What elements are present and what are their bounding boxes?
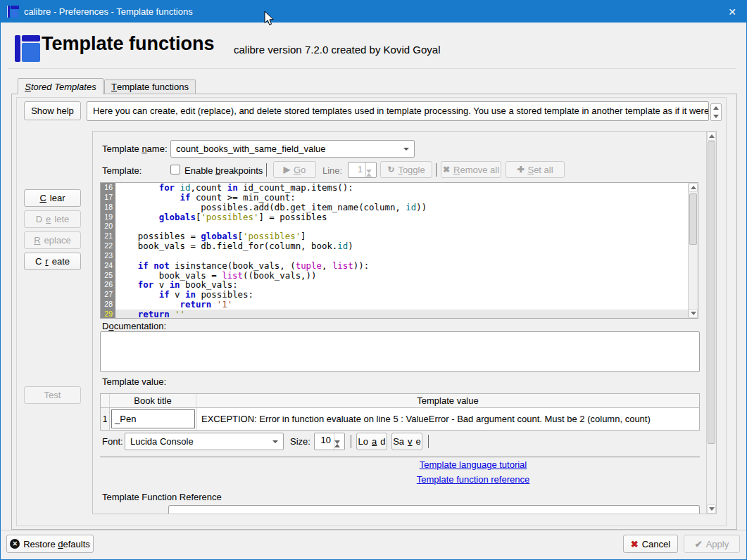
line-number: 26	[101, 280, 115, 290]
book-title-cell[interactable]: _Pen	[111, 409, 195, 428]
scroll-down-icon[interactable]	[689, 309, 698, 318]
separator	[436, 163, 437, 177]
line-number: 23	[101, 251, 115, 261]
line-number: 18	[101, 203, 115, 212]
link-template-language-tutorial[interactable]: Template language tutorial	[248, 459, 698, 470]
template-value-label: Template value:	[102, 376, 166, 387]
play-icon: ▶	[284, 165, 290, 174]
template-name-value: count_books_with_same_field_value	[176, 144, 325, 154]
documentation-label: Documentation:	[102, 321, 166, 331]
restore-defaults-icon: ✕	[10, 539, 20, 549]
line-number: 20	[101, 222, 115, 231]
template-value-cell: EXCEPTION: Error in function evaluate on…	[196, 408, 699, 430]
window-title: calibre - Preferences - Template functio…	[24, 6, 193, 17]
code-line: 23	[101, 251, 698, 261]
separator	[266, 163, 267, 177]
code-line: 25 book_vals = list((book_vals,))	[101, 271, 698, 281]
font-combobox[interactable]: Lucida Console	[125, 433, 284, 450]
template-code-editor[interactable]: 16 for id,count in id_count_map.items():…	[100, 182, 698, 319]
cancel-button[interactable]: ✖ Cancel	[623, 535, 678, 553]
code-line: 20	[101, 222, 698, 231]
links-block: Template language tutorialTemplate funct…	[248, 459, 698, 489]
go-button[interactable]: ▶ Go	[273, 161, 316, 178]
code-line: 28 return '1'	[101, 300, 698, 310]
template-name-combobox[interactable]: count_books_with_same_field_value	[170, 140, 415, 158]
apply-button[interactable]: ✔ Apply	[684, 535, 740, 553]
template-value-header: Template value	[196, 394, 699, 407]
templates-scroll-area: Template name: count_books_with_same_fie…	[92, 131, 717, 514]
side-button-delete[interactable]: Delete	[24, 210, 81, 228]
side-button-create[interactable]: Create	[24, 253, 81, 270]
size-value: 10	[315, 433, 334, 450]
page-title: Template functions	[42, 33, 215, 55]
line-number: 22	[101, 241, 115, 251]
scrollbar-thumb[interactable]	[689, 193, 697, 245]
scroll-up-icon[interactable]	[707, 132, 716, 141]
restore-defaults-button[interactable]: ✕ Restore defaults	[6, 535, 94, 553]
tab-template-functions[interactable]: Template functions	[104, 79, 196, 94]
tab-stored-templates[interactable]: Stored Templates	[18, 78, 103, 94]
side-button-clear[interactable]: Clear	[24, 189, 81, 207]
code-line: 29 return ''	[101, 310, 698, 319]
documentation-textarea[interactable]	[100, 331, 700, 372]
code-line: 26 for v in book_vals:	[101, 280, 698, 290]
help-scroll-spinner[interactable]	[710, 103, 722, 121]
side-button-replace[interactable]: Replace	[24, 231, 81, 249]
corner-header	[101, 394, 110, 407]
scroll-down-icon[interactable]	[711, 113, 721, 121]
section-separator	[100, 457, 700, 457]
titlebar[interactable]: calibre - Preferences - Template functio…	[1, 1, 746, 23]
table-header-row: Book title Template value	[101, 394, 699, 408]
scroll-up-icon[interactable]	[711, 104, 721, 113]
link-template-function-reference[interactable]: Template function reference	[248, 474, 698, 485]
mouse-cursor	[264, 11, 275, 26]
plus-icon: ✚	[517, 165, 524, 174]
calibre-logo-icon	[7, 6, 19, 18]
show-help-button[interactable]: Show help	[24, 101, 81, 120]
save-button[interactable]: Save	[391, 433, 422, 450]
reference-combobox-clipped[interactable]	[168, 505, 700, 514]
apply-check-icon: ✔	[695, 539, 703, 549]
scrollbar-thumb[interactable]	[708, 141, 715, 444]
line-spinbox[interactable]: 1	[348, 162, 377, 178]
template-value-table: Book title Template value 1_PenEXCEPTION…	[100, 393, 700, 431]
help-text-field[interactable]: Here you can create, edit (replace), and…	[87, 101, 709, 121]
line-number: 19	[101, 212, 115, 222]
scrollarea-scrollbar[interactable]	[706, 132, 716, 514]
remove-all-button[interactable]: ✖ Remove all	[441, 161, 501, 178]
cancel-x-icon: ✖	[631, 539, 639, 549]
table-body: 1_PenEXCEPTION: Error in function evalua…	[101, 408, 699, 430]
scroll-down-icon[interactable]	[707, 504, 716, 514]
enable-breakpoints-checkbox[interactable]	[170, 165, 180, 174]
footer-separator	[1, 530, 746, 530]
line-number: 29	[101, 310, 115, 319]
font-label: Font:	[102, 436, 123, 447]
code-lines: 16 for id,count in id_count_map.items():…	[101, 183, 698, 319]
toggle-button[interactable]: ↻ Toggle	[380, 161, 432, 178]
separator	[428, 435, 429, 448]
set-all-button[interactable]: ✚ Set all	[506, 161, 565, 178]
code-line: 17 if count >= min_count:	[101, 193, 698, 203]
close-icon[interactable]: ✕	[718, 1, 746, 23]
calibre-logo-large	[15, 35, 40, 62]
book-title-header: Book title	[110, 394, 196, 407]
code-line: 21 possibles = globals['possibles']	[101, 231, 698, 241]
editor-scrollbar[interactable]	[688, 183, 698, 318]
template-name-label: Template name:	[102, 144, 168, 154]
code-line: 18 possibles.add(db.get_item_name(column…	[101, 203, 698, 212]
line-number: 21	[101, 231, 115, 241]
remove-icon: ✖	[443, 165, 450, 174]
size-label: Size:	[290, 436, 310, 447]
code-line: 19 globals['possibles'] = possibles	[101, 212, 698, 222]
size-spinbox[interactable]: 10	[314, 433, 345, 450]
template-label: Template:	[102, 165, 142, 176]
scroll-up-icon[interactable]	[689, 183, 698, 192]
code-line: 22 book_vals = db.field_for(column, book…	[101, 241, 698, 251]
line-value: 1	[349, 163, 365, 177]
test-button[interactable]: Test	[24, 386, 81, 404]
toggle-icon: ↻	[387, 165, 394, 174]
row-header: 1	[101, 408, 110, 430]
spin-down-icon[interactable]	[334, 440, 340, 457]
line-number: 17	[101, 193, 115, 203]
load-button[interactable]: Load	[356, 433, 387, 450]
